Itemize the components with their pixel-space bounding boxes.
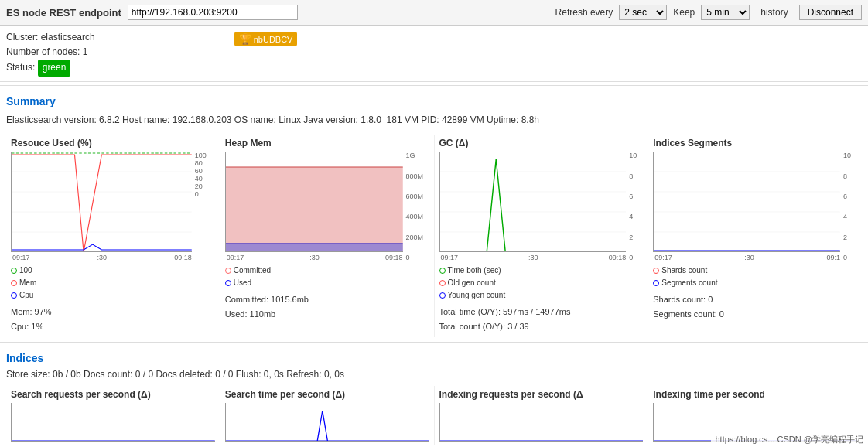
keep-label: Keep	[673, 7, 695, 18]
indices-segments-chart-area	[653, 152, 840, 252]
gc-chart-title: GC (Δ)	[439, 138, 644, 148]
search-rps-area	[11, 403, 215, 442]
indexing-rps-title: Indexing requests per second (Δ	[439, 389, 644, 400]
resource-x-labels: 09:17:3009:18	[11, 254, 192, 261]
search-rps-title: Search requests per second (Δ)	[11, 389, 215, 400]
indices-segments-x-labels: 09:17:3009:1	[653, 254, 840, 261]
summary-title: Summary	[6, 95, 862, 107]
search-tps-area	[225, 403, 429, 442]
heap-x-labels: 09:17:3009:18	[225, 254, 403, 261]
resource-chart-title: Resouce Used (%)	[11, 138, 215, 148]
gc-stats: Total time (O/Y): 597ms / 14977ms Total …	[439, 305, 644, 333]
resource-chart-block: Resouce Used (%)	[6, 135, 220, 336]
gc-x-labels: 09:17:3009:18	[439, 254, 627, 261]
summary-info: Elasticsearch version: 6.8.2 Host name: …	[6, 112, 862, 129]
status-badge: green	[38, 60, 71, 76]
indices-info: Store size: 0b / 0b Docs count: 0 / 0 Do…	[6, 369, 862, 380]
disconnect-button[interactable]: Disconnect	[799, 5, 862, 20]
indexing-rps-block: Indexing requests per second (Δ	[435, 386, 649, 445]
heap-stats: Committed: 1015.6mb Used: 110mb	[225, 292, 429, 321]
cluster-name: Cluster: elasticsearch	[6, 30, 95, 45]
node-badge: 🏆 nbUDBCV	[234, 32, 298, 46]
resource-stats: Mem: 97% Cpu: 1%	[11, 305, 215, 333]
endpoint-url-input[interactable]	[128, 5, 298, 20]
gc-chart-area	[439, 152, 627, 252]
heap-chart-area	[225, 152, 403, 252]
refresh-label: Refresh every	[555, 7, 613, 18]
heap-legend: Committed Used	[225, 264, 429, 289]
gc-chart-block: GC (Δ) 09:17:3009:18	[435, 135, 649, 336]
resource-y-labels: 100806040200	[193, 152, 215, 198]
watermark: https://blog.cs... CSDN @学亮编程手记	[711, 432, 869, 445]
endpoint-label: ES node REST endpoint	[6, 7, 121, 19]
summary-section: Summary Elasticsearch version: 6.8.2 Hos…	[0, 89, 868, 337]
keep-select[interactable]: 5 min 1 min 10 min 30 min 1 hour	[701, 5, 750, 20]
indices-section: Indices Store size: 0b / 0b Docs count: …	[0, 346, 868, 445]
indices-segments-chart-block: Indices Segments	[648, 135, 862, 336]
gc-legend: Time both (sec) Old gen count Young gen …	[439, 264, 644, 302]
search-tps-title: Search time per second (Δ)	[225, 389, 429, 400]
heap-chart-title: Heap Mem	[225, 138, 429, 148]
indices-segments-legend: Shards count Segments count	[653, 264, 857, 289]
indices-title: Indices	[6, 352, 862, 364]
nodes-count: Number of nodes: 1	[6, 45, 95, 60]
refresh-select[interactable]: 2 sec 1 sec 5 sec 10 sec 30 sec	[619, 5, 667, 20]
cluster-text: Cluster: elasticsearch Number of nodes: …	[6, 30, 95, 77]
search-tps-block: Search time per second (Δ)	[220, 386, 435, 445]
heap-chart-block: Heap Mem	[220, 135, 435, 336]
indexing-rps-area	[439, 403, 644, 442]
indices-segments-stats: Shards count: 0 Segments count: 0	[653, 292, 857, 321]
indices-segments-chart-title: Indices Segments	[653, 138, 857, 148]
resource-legend: 100 Mem Cpu	[11, 264, 215, 302]
resource-chart-area	[11, 152, 192, 252]
cluster-info: Cluster: elasticsearch Number of nodes: …	[0, 26, 868, 82]
indexing-tps-title: Indexing time per second	[653, 389, 857, 400]
search-rps-block: Search requests per second (Δ)	[6, 386, 220, 445]
svg-marker-6	[226, 167, 403, 252]
history-label: history	[760, 7, 788, 18]
charts-row: Resouce Used (%)	[6, 135, 862, 336]
status-line: Status: green	[6, 60, 95, 76]
header-bar: ES node REST endpoint Refresh every 2 se…	[0, 0, 868, 26]
svg-marker-7	[226, 244, 403, 252]
